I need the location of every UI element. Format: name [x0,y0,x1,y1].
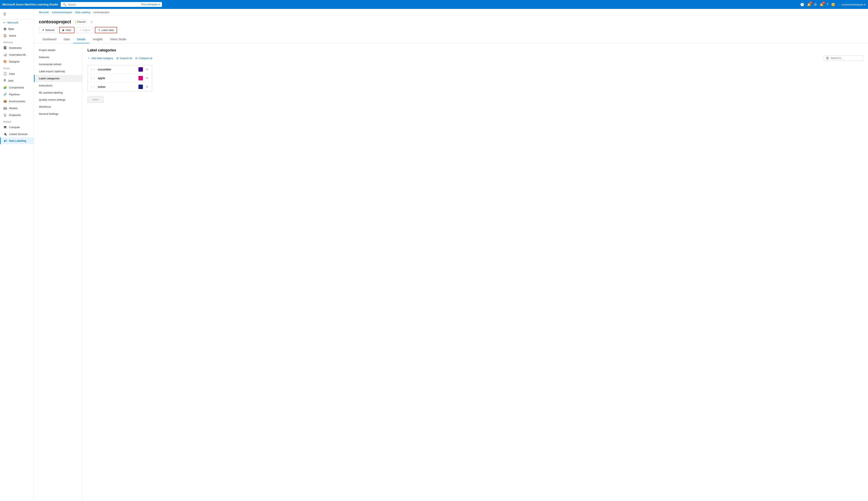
sidebar-item-models[interactable]: 🤖 Models [0,105,34,111]
favorite-star-icon[interactable]: ☆ [90,20,93,24]
help-icon[interactable]: ? [826,3,828,6]
data-icon: 📋 [3,72,7,75]
sidebar-item-notebooks[interactable]: 📓 Notebooks [0,44,34,51]
expand-icon: ⊞ [116,57,119,60]
start-button[interactable]: ▶ Start [59,27,75,33]
toolbar: ↺ Refresh ▶ Start ↗ Export ✎ Label data [39,27,863,33]
category-name-onion: onion [98,85,137,88]
tab-details[interactable]: Details [73,36,89,43]
category-color-cucumber[interactable] [138,67,143,72]
divider: | [838,3,839,6]
refresh-icon: ↺ [42,29,44,32]
label-search-box[interactable]: ⚿ [824,55,863,61]
label-search-input[interactable] [831,57,861,60]
brand-logo: Microsoft Azure Machine Learning Studio [2,3,58,6]
home-icon: 🏠 [3,34,7,38]
tab-insights[interactable]: Insights [89,36,106,43]
drag-handle-icon[interactable]: ⋮⋮ [90,77,95,79]
chevron-down-icon: ▾ [864,3,866,6]
sidebar-item-environments[interactable]: 📦 Environments [0,98,34,105]
tab-vision-studio[interactable]: Vision Studio [106,36,130,43]
label-actions-bar: ＋ Add label category ⊞ Expand all ⊟ Coll… [87,55,863,61]
notebook-icon: 📓 [3,46,7,50]
inner-layout: Project details Datasets Incremental ref… [34,43,868,501]
sidebar-item-designer[interactable]: 🎨 Designer [0,58,34,65]
user-smiley-icon[interactable]: 😊 [831,3,835,7]
global-search-box[interactable]: 🔍 This workspace ▾ [61,2,162,7]
play-icon: ▶ [63,29,65,32]
category-row-apple: ⋮⋮ apple + [88,74,152,83]
chevron-down-icon: ▾ [159,3,160,6]
leftnav-ml-assisted[interactable]: ML assisted labeling [34,89,82,96]
label-data-button[interactable]: ✎ Label data [95,27,117,33]
save-button[interactable]: Save [87,96,104,103]
breadcrumb-sep-1: › [50,11,51,13]
breadcrumb-sep-3: › [91,11,92,13]
breadcrumb: Microsoft › contosoworkspace › Data Labe… [34,9,868,16]
leftnav-label-export[interactable]: Label export (optional) [34,68,82,75]
leftnav-label-categories[interactable]: Label categories [34,75,82,82]
leftnav-incremental-refresh[interactable]: Incremental refresh [34,61,82,68]
authoring-section-label: Authoring [0,39,34,44]
sidebar-item-pipelines[interactable]: 🔗 Pipelines [0,91,34,98]
leftnav-workforce[interactable]: Workforce [34,103,82,110]
tab-data[interactable]: Data [60,36,74,43]
sidebar-item-home[interactable]: 🏠 Home [0,32,34,39]
sidebar-item-microsoft[interactable]: ↩ Microsoft [0,19,34,26]
notification-bell-icon[interactable]: 🔔23 [807,3,811,7]
export-button[interactable]: ↗ Export [76,27,93,33]
sidebar-item-compute[interactable]: 💻 Compute [0,124,34,130]
sidebar-item-components[interactable]: 🧩 Components [0,84,34,91]
category-color-apple[interactable] [138,76,143,81]
drag-handle-icon[interactable]: ⋮⋮ [90,68,95,71]
leftnav-quality-control[interactable]: Quality control settings [34,96,82,103]
search-input[interactable] [68,3,139,6]
automated-ml-icon: 📊 [3,53,7,56]
label-icon: ✎ [98,29,100,32]
sidebar-hamburger-icon[interactable]: ☰ [0,11,34,18]
collapse-all-button[interactable]: ⊟ Collapse all [135,57,152,60]
leftnav-instructions[interactable]: Instructions [34,82,82,89]
breadcrumb-contosoworkspace[interactable]: contosoworkspace [52,11,72,14]
designer-icon: 🎨 [3,60,7,63]
tabs-bar: Dashboard Data Details Insights Vision S… [34,36,868,43]
sidebar-item-linked-services[interactable]: 🔌 Linked Services [0,130,34,137]
add-label-category-button[interactable]: ＋ Add label category [87,56,113,60]
environments-icon: 📦 [3,99,7,103]
drag-handle-icon[interactable]: ⋮⋮ [90,85,95,88]
settings-gear-icon[interactable]: ⚙ [814,3,817,7]
breadcrumb-data-labeling[interactable]: Data Labeling [75,11,90,14]
clock-icon[interactable]: 🕐 [800,3,804,7]
sidebar-item-data-labeling[interactable]: 🏷 Data Labeling [0,137,34,144]
category-color-onion[interactable] [138,85,143,89]
manage-section-label: Manage [0,118,34,124]
category-row-cucumber: ⋮⋮ cucumber + [88,65,152,74]
jobs-icon: ⚗ [3,79,6,82]
tab-dashboard[interactable]: Dashboard [39,36,60,43]
add-subcategory-button-onion[interactable]: + [145,85,149,89]
add-subcategory-button-apple[interactable]: + [145,76,149,81]
refresh-button[interactable]: ↺ Refresh [39,27,58,33]
content-area: Microsoft › contosoworkspace › Data Labe… [34,9,868,501]
models-icon: 🤖 [3,106,7,110]
back-arrow-icon: ↩ [3,21,6,24]
components-icon: 🧩 [3,86,7,89]
breadcrumb-microsoft[interactable]: Microsoft [39,11,49,14]
sidebar-item-automated-ml[interactable]: 📊 Automated ML [0,51,34,58]
expand-all-button[interactable]: ⊞ Expand all [116,57,132,60]
sidebar-item-data[interactable]: 📋 Data [0,70,34,77]
top-nav-icons: 🕐 🔔23 ⚙ 🔔14 ? 😊 | contosoworkspace ▾ [800,3,866,7]
leftnav-general-settings[interactable]: General Settings [34,110,82,117]
username-display[interactable]: contosoworkspace ▾ [842,3,866,6]
search-scope[interactable]: This workspace ▾ [141,3,160,6]
plus-icon: ➕ [3,27,7,31]
leftnav-datasets[interactable]: Datasets [34,54,82,61]
add-subcategory-button-cucumber[interactable]: + [145,67,149,72]
category-name-cucumber: cucumber [98,68,137,71]
compute-icon: 💻 [3,125,7,129]
alert-icon[interactable]: 🔔14 [819,3,824,7]
leftnav-project-details[interactable]: Project details [34,46,82,54]
sidebar-item-endpoints[interactable]: 📡 Endpoints [0,111,34,118]
sidebar-item-jobs[interactable]: ⚗ Jobs [0,77,34,84]
sidebar-item-new[interactable]: ➕ New [0,26,34,32]
